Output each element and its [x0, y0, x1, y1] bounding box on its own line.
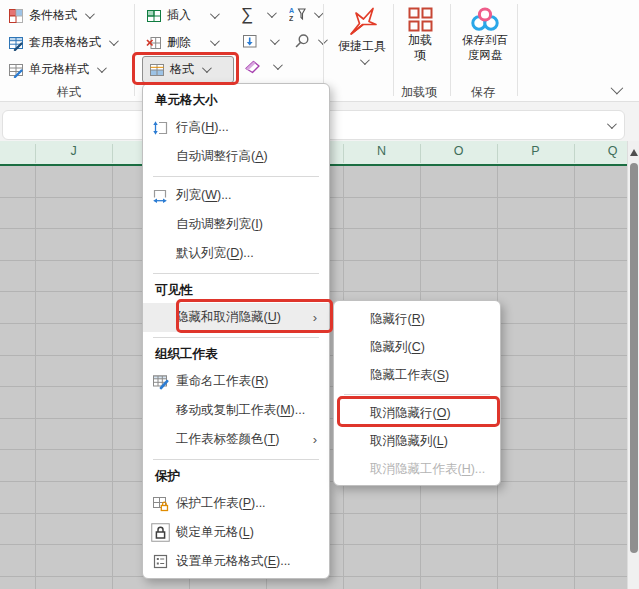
menu-separator — [143, 332, 329, 342]
menu-item-unhide-columns[interactable]: 取消隐藏列(L) — [334, 427, 500, 455]
format-button[interactable]: 格式 — [142, 56, 234, 83]
menu-item-autofit-column-width[interactable]: 自动调整列宽(I) — [143, 210, 329, 239]
menu-item-label: 工作表标签颜色(T) — [176, 431, 279, 448]
menu-item-label: 设置单元格格式(E)... — [176, 553, 291, 570]
menu-item-move-copy-sheet[interactable]: 移动或复制工作表(M)... — [143, 396, 329, 425]
chevron-down-icon — [210, 36, 220, 46]
column-header-P[interactable]: P — [531, 144, 539, 158]
chevron-down-icon — [210, 9, 220, 19]
autosum-button[interactable]: ∑ — [241, 6, 274, 23]
formula-bar-expand-chevron-icon[interactable] — [607, 119, 617, 129]
protect-sheet-icon — [150, 494, 170, 514]
clear-button[interactable] — [244, 58, 280, 74]
menu-section-header: 保护 — [143, 464, 329, 489]
menu-item-protect-sheet[interactable]: 保护工作表(P)... — [143, 489, 329, 518]
fill-button[interactable] — [242, 33, 277, 49]
menu-section-header: 可见性 — [143, 278, 329, 303]
cell-styles-icon — [8, 62, 24, 78]
menu-item-hide-rows[interactable]: 隐藏行(R) — [334, 305, 500, 333]
menu-item-autofit-row-height[interactable]: 自动调整行高(A) — [143, 142, 329, 171]
chevron-down-icon — [202, 63, 212, 73]
insert-cells-icon — [146, 8, 162, 24]
format-as-table-button[interactable]: 套用表格格式 — [8, 34, 116, 51]
gridline — [35, 166, 36, 589]
menu-item-sheet-tab-color[interactable]: 工作表标签颜色(T)› — [143, 425, 329, 454]
addins-button-label: 加载项 — [405, 33, 435, 63]
scrollbar-thumb[interactable] — [630, 163, 638, 553]
chevron-down-icon — [97, 63, 107, 73]
menu-item-label: 取消隐藏列(L) — [370, 433, 448, 450]
addins-group-label: 加载项 — [396, 84, 442, 101]
conditional-formatting-icon — [8, 8, 24, 24]
delete-cells-button[interactable]: 删除 — [146, 34, 217, 51]
eraser-icon — [244, 58, 261, 74]
group-divider — [450, 4, 451, 96]
format-cells-dialog-icon — [150, 552, 170, 572]
sort-filter-icon: AZ — [289, 6, 306, 22]
format-dropdown-menu: 单元格大小行高(H)...自动调整行高(A)列宽(W)...自动调整列宽(I)默… — [142, 83, 330, 579]
column-header-separator — [35, 144, 36, 163]
column-header-separator — [112, 144, 113, 163]
chevron-down-icon — [273, 60, 283, 70]
row-height-icon — [150, 118, 170, 138]
column-header-separator — [574, 144, 575, 163]
baidu-netdisk-icon — [470, 5, 500, 33]
format-as-table-icon — [8, 35, 24, 51]
chevron-down-icon — [270, 35, 280, 45]
menu-item-label: 重命名工作表(R) — [176, 373, 268, 390]
vertical-scrollbar[interactable] — [627, 141, 639, 589]
column-header-N[interactable]: N — [377, 144, 386, 158]
menu-item-hide-unhide[interactable]: 隐藏和取消隐藏(U)› — [143, 303, 329, 332]
gridline — [574, 166, 575, 589]
menu-item-label: 隐藏工作表(S) — [370, 367, 449, 384]
format-button-label: 格式 — [170, 61, 194, 78]
collapse-ribbon-chevron-icon[interactable] — [611, 82, 624, 95]
menu-item-default-column-width[interactable]: 默认列宽(D)... — [143, 239, 329, 268]
autosum-icon: ∑ — [241, 6, 253, 23]
format-as-table-label: 套用表格格式 — [29, 34, 101, 51]
menu-item-column-width[interactable]: 列宽(W)... — [143, 181, 329, 210]
group-divider — [393, 4, 394, 96]
find-button[interactable] — [294, 33, 325, 49]
convenient-tools-button[interactable]: 便捷工具 — [334, 5, 390, 69]
cell-styles-label: 单元格样式 — [29, 61, 89, 78]
insert-cells-button[interactable]: 插入 — [146, 7, 217, 24]
format-button-icon — [149, 62, 165, 78]
menu-item-label: 列宽(W)... — [176, 187, 232, 204]
svg-text:A: A — [289, 7, 294, 14]
menu-item-label: 默认列宽(D)... — [176, 245, 254, 262]
chevron-down-icon — [109, 36, 119, 46]
menu-item-row-height[interactable]: 行高(H)... — [143, 113, 329, 142]
delete-cells-label: 删除 — [167, 34, 191, 51]
menu-item-label: 隐藏和取消隐藏(U) — [176, 309, 281, 326]
column-header-J[interactable]: J — [70, 144, 76, 158]
menu-item-lock-cell[interactable]: 锁定单元格(L) — [143, 518, 329, 547]
chevron-down-icon — [85, 9, 95, 19]
cell-styles-button[interactable]: 单元格样式 — [8, 61, 104, 78]
column-header-Q[interactable]: Q — [608, 144, 618, 158]
menu-item-hide-sheet[interactable]: 隐藏工作表(S) — [334, 361, 500, 389]
fill-icon — [242, 33, 258, 49]
column-header-O[interactable]: O — [454, 144, 464, 158]
lock-cell-icon — [150, 523, 170, 543]
convenient-tools-label: 便捷工具 — [338, 39, 386, 69]
menu-separator — [143, 268, 329, 278]
menu-item-label: 隐藏列(C) — [370, 339, 425, 356]
sort-filter-button[interactable]: AZ — [289, 6, 321, 22]
group-divider — [134, 4, 135, 96]
menu-item-hide-columns[interactable]: 隐藏列(C) — [334, 333, 500, 361]
menu-item-rename-sheet[interactable]: 重命名工作表(R) — [143, 367, 329, 396]
conditional-formatting-button[interactable]: 条件格式 — [8, 7, 92, 24]
gridline — [112, 166, 113, 589]
scroll-up-arrow-icon[interactable] — [630, 149, 638, 156]
rename-sheet-icon — [150, 372, 170, 392]
insert-cells-label: 插入 — [167, 7, 191, 24]
menu-separator — [334, 389, 500, 399]
save-to-baidu-button[interactable]: 保存到百度网盘 — [456, 5, 514, 63]
group-divider — [517, 4, 518, 96]
menu-item-label: 行高(H)... — [176, 119, 229, 136]
menu-item-unhide-rows[interactable]: 取消隐藏行(O) — [334, 399, 500, 427]
menu-item-format-cells-dialog[interactable]: 设置单元格格式(E)... — [143, 547, 329, 576]
menu-item-label: 隐藏行(R) — [370, 311, 425, 328]
addins-button[interactable]: 加载项 — [400, 6, 440, 63]
